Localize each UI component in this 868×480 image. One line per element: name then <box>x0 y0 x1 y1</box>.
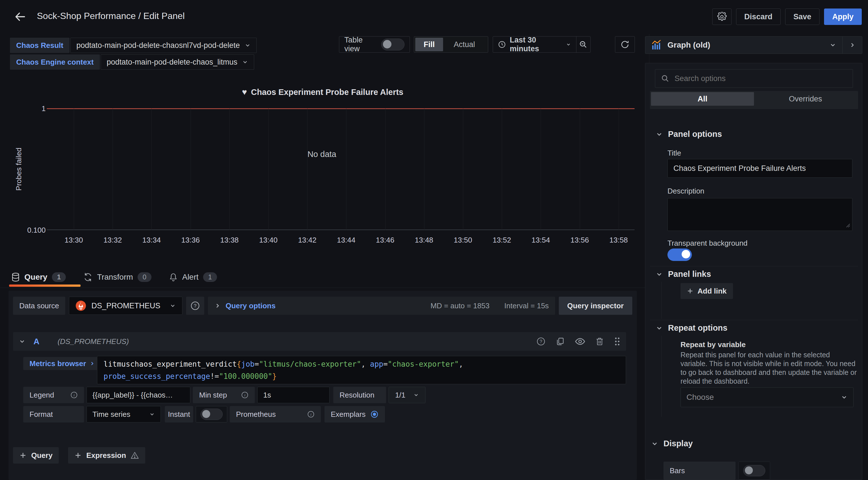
display-header[interactable]: Display <box>651 439 693 448</box>
min-step-input[interactable] <box>257 387 330 403</box>
expr-token: , <box>361 360 370 368</box>
panel-title-input[interactable] <box>668 159 852 178</box>
repeat-options-header[interactable]: Repeat options <box>655 323 727 333</box>
variable-dropdown-chaos-result[interactable]: podtato-main-pod-delete-chaosnl7vd-pod-d… <box>70 38 256 53</box>
chevron-down-icon <box>651 440 658 447</box>
chevron-down-icon <box>413 392 419 398</box>
transparent-bg-toggle[interactable] <box>668 248 692 261</box>
gridline <box>580 108 580 230</box>
prometheus-icon <box>75 300 86 311</box>
query-help-icon[interactable]: ? <box>536 337 546 346</box>
max-data-points-info: MD = auto = 1853 <box>431 302 490 310</box>
toggle-visibility-icon[interactable] <box>575 337 585 346</box>
tab-alert[interactable]: Alert 1 <box>169 272 217 282</box>
bars-toggle-box[interactable] <box>738 461 770 480</box>
repeat-variable-select[interactable]: Choose <box>681 387 854 407</box>
zoom-out-button[interactable] <box>577 40 590 49</box>
description-field-label: Description <box>668 187 704 196</box>
x-tick-label: 13:42 <box>298 236 316 244</box>
fill-actual-segmented: Fill Actual <box>414 36 488 53</box>
chevron-down-icon <box>169 303 176 309</box>
y-tick-top: 1 <box>42 104 46 113</box>
info-circle-icon: i <box>241 391 248 399</box>
collapse-chevron-icon[interactable] <box>19 338 26 345</box>
bars-toggle[interactable] <box>743 465 765 476</box>
expr-token: job <box>241 360 254 368</box>
exemplars-field[interactable]: Exemplars <box>324 406 385 422</box>
add-link-button[interactable]: Add link <box>681 283 733 299</box>
datasource-help-button[interactable]: ? <box>186 297 204 315</box>
panel-title[interactable]: ♥Chaos Experiment Probe Failure Alerts <box>8 87 637 97</box>
zoom-out-icon <box>579 40 587 49</box>
tab-all[interactable]: All <box>651 92 754 106</box>
format-select[interactable]: Time series <box>87 406 161 422</box>
search-icon <box>661 74 670 83</box>
query-expression[interactable]: litmuschaos_experiment_verdict{job="litm… <box>97 356 626 384</box>
actual-segment[interactable]: Actual <box>443 38 486 51</box>
gridline <box>502 108 502 230</box>
query-row-header[interactable]: A (DS_PROMETHEUS) ? <box>13 332 626 351</box>
expr-token: "chaos-exporter" <box>388 360 459 368</box>
panel-description-textarea[interactable] <box>668 198 852 231</box>
tab-transform[interactable]: Transform 0 <box>83 272 152 282</box>
repeat-description: Repeat this panel for each value in the … <box>681 350 859 386</box>
interval-info: Interval = 15s <box>504 302 549 310</box>
add-expression-button[interactable]: Expression <box>68 447 145 464</box>
svg-text:i: i <box>73 393 74 397</box>
x-tick-label: 13:48 <box>415 236 433 244</box>
instant-toggle-box[interactable] <box>196 406 227 422</box>
fill-segment[interactable]: Fill <box>415 38 443 51</box>
delete-query-icon[interactable] <box>595 337 604 346</box>
panel-links-header[interactable]: Panel links <box>655 270 711 279</box>
query-inspector-button[interactable]: Query inspector <box>559 297 632 315</box>
min-step-field-label: Min step i <box>193 387 255 403</box>
discard-button[interactable]: Discard <box>736 8 781 25</box>
tab-overrides[interactable]: Overrides <box>754 92 857 106</box>
metrics-browser-button[interactable]: Metrics browser <box>23 357 101 370</box>
plus-icon <box>687 287 693 295</box>
duplicate-query-icon[interactable] <box>556 337 565 346</box>
back-button[interactable] <box>13 10 27 23</box>
time-range-picker[interactable]: Last 30 minutes <box>493 36 591 53</box>
add-query-button[interactable]: Query <box>13 447 59 464</box>
chevron-right-icon <box>214 302 221 309</box>
gridline <box>385 108 385 230</box>
gridline <box>268 108 269 230</box>
variable-dropdown-chaos-engine-context[interactable]: podtato-main-pod-delete-chaos_litmus <box>101 55 254 70</box>
chevron-down-icon <box>655 271 663 278</box>
instant-field-label: Instant <box>165 406 193 422</box>
resolution-select[interactable]: 1/1 <box>389 387 426 403</box>
save-button[interactable]: Save <box>785 8 819 25</box>
legend-format-input[interactable] <box>87 387 190 403</box>
prometheus-type-label: Prometheus i <box>230 406 321 422</box>
expr-token: app <box>370 360 383 368</box>
info-circle-icon: i <box>70 391 78 399</box>
panel-options-header[interactable]: Panel options <box>655 130 722 139</box>
tab-query[interactable]: Query 1 <box>11 272 66 282</box>
toggle-viz-pane-button[interactable] <box>843 42 862 48</box>
table-view-toggle-group[interactable]: Table view <box>339 36 410 53</box>
search-options-box[interactable] <box>655 69 853 88</box>
table-view-toggle[interactable] <box>381 38 404 50</box>
resize-handle-icon[interactable] <box>845 223 850 228</box>
expr-token: != <box>210 372 219 381</box>
apply-button[interactable]: Apply <box>824 8 862 25</box>
query-options-bar[interactable]: Query options MD = auto = 1853 Interval … <box>208 297 555 315</box>
refresh-button[interactable] <box>615 36 635 53</box>
refresh-icon <box>620 40 629 49</box>
chevron-down-icon <box>242 59 248 65</box>
page-title: Sock-Shop Performance / Edit Panel <box>37 11 185 21</box>
repeat-by-variable-label: Repeat by variable <box>681 340 746 349</box>
drag-handle-icon[interactable] <box>614 337 620 346</box>
expr-token: { <box>237 360 241 368</box>
search-options-input[interactable] <box>674 74 847 83</box>
panel-settings-button[interactable] <box>712 8 732 25</box>
plot-area[interactable]: No data 13:3013:3213:3413:3613:3813:4013… <box>47 108 634 230</box>
threshold-line <box>47 108 634 109</box>
instant-toggle[interactable] <box>200 409 223 420</box>
chevron-down-icon <box>245 42 251 48</box>
visualization-picker[interactable]: Graph (old) <box>645 36 862 54</box>
heart-icon: ♥ <box>242 87 247 97</box>
datasource-picker[interactable]: DS_PROMETHEUS <box>69 297 182 315</box>
variable-label-chaos-engine-context: Chaos Engine context <box>10 55 100 70</box>
